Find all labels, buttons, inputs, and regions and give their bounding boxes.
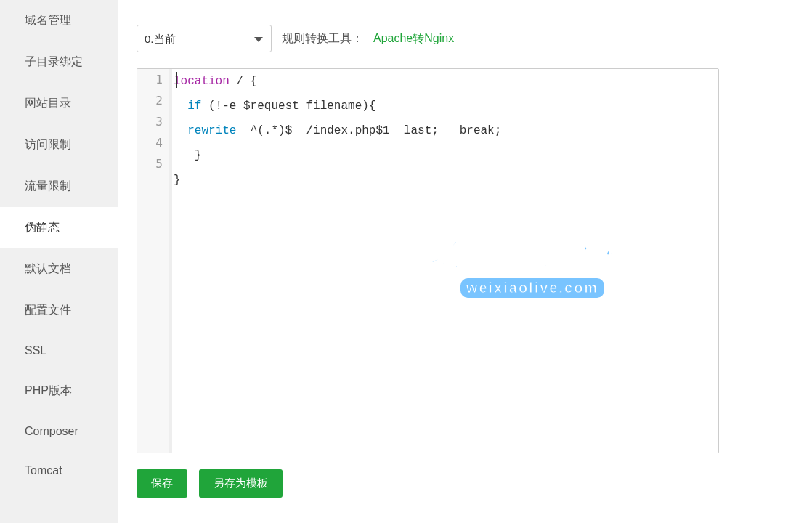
code-line[interactable]: } [172,143,718,168]
sidebar-item-subdir[interactable]: 子目录绑定 [0,41,118,83]
sidebar-item-webdir[interactable]: 网站目录 [0,83,118,124]
line-number: 5 [137,153,169,174]
action-bar: 保存 另存为模板 [137,469,812,498]
sidebar-item-php[interactable]: PHP版本 [0,370,118,412]
sidebar-item-ssl[interactable]: SSL [0,331,118,370]
editor-code[interactable]: location / { if (!-e $request_filename){… [172,69,718,453]
code-line[interactable]: rewrite ^(.*)$ /index.php$1 last; break; [172,118,718,143]
sidebar-item-traffic[interactable]: 流量限制 [0,166,118,207]
template-select-wrap: 0.当前 [137,25,272,52]
code-line[interactable]: } [172,168,718,192]
code-editor[interactable]: 12345 location / { if (!-e $request_file… [137,68,719,453]
template-select[interactable]: 0.当前 [137,25,272,52]
line-number: 1 [137,69,169,90]
save-button[interactable]: 保存 [137,469,187,498]
toolbar: 0.当前 规则转换工具：Apache转Nginx [137,25,812,52]
line-number: 3 [137,111,169,132]
sidebar-item-rewrite[interactable]: 伪静态 [0,207,118,248]
code-line[interactable]: if (!-e $request_filename){ [172,94,718,118]
line-number: 4 [137,132,169,153]
sidebar-item-default-doc[interactable]: 默认文档 [0,248,118,290]
editor-cursor [176,72,177,88]
tool-label: 规则转换工具： [282,31,363,46]
sidebar-item-domains[interactable]: 域名管理 [0,0,118,41]
sidebar-item-config[interactable]: 配置文件 [0,290,118,331]
sidebar: 域名管理子目录绑定网站目录访问限制流量限制伪静态默认文档配置文件SSLPHP版本… [0,0,118,523]
sidebar-item-tomcat[interactable]: Tomcat [0,451,118,490]
sidebar-item-composer[interactable]: Composer [0,412,118,451]
sidebar-item-access[interactable]: 访问限制 [0,124,118,166]
main-panel: 0.当前 规则转换工具：Apache转Nginx 12345 location … [118,0,812,523]
code-line[interactable]: location / { [172,69,718,94]
save-as-template-button[interactable]: 另存为模板 [199,469,283,498]
apache-to-nginx-link[interactable]: Apache转Nginx [373,31,454,46]
line-number: 2 [137,90,169,111]
editor-gutter: 12345 [137,69,172,453]
